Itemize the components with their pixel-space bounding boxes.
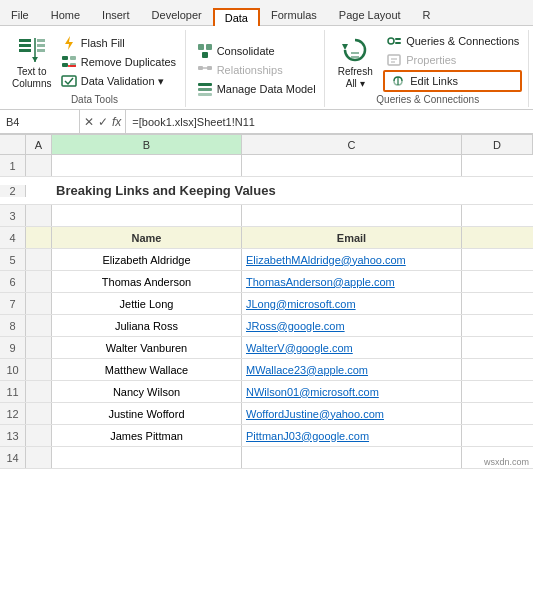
cell-d1[interactable]	[462, 155, 533, 176]
svg-rect-21	[198, 83, 212, 86]
tab-r[interactable]: R	[412, 4, 442, 25]
cell-c7[interactable]: JLong@microsoft.com	[242, 293, 462, 314]
cell-a4[interactable]	[26, 227, 52, 248]
cell-a8[interactable]	[26, 315, 52, 336]
cell-a5[interactable]	[26, 249, 52, 270]
cell-b10[interactable]: Matthew Wallace	[52, 359, 242, 380]
email-link-5[interactable]: ElizabethMAldridge@yahoo.com	[246, 254, 406, 266]
svg-rect-29	[395, 42, 401, 44]
properties-button[interactable]: Properties	[383, 51, 522, 69]
cell-a14[interactable]	[26, 447, 52, 468]
email-link-9[interactable]: WalterV@google.com	[246, 342, 353, 354]
cell-d13[interactable]	[462, 425, 533, 446]
confirm-formula-icon[interactable]: ✓	[98, 115, 108, 129]
col-b-header[interactable]: B	[52, 135, 242, 154]
col-a-header[interactable]: A	[26, 135, 52, 154]
data-validation-button[interactable]: Data Validation ▾	[58, 72, 179, 90]
cell-a10[interactable]	[26, 359, 52, 380]
col-d-header[interactable]: D	[462, 135, 533, 154]
cell-b3[interactable]	[52, 205, 242, 226]
cell-b6[interactable]: Thomas Anderson	[52, 271, 242, 292]
tab-page-layout[interactable]: Page Layout	[328, 4, 412, 25]
cell-b1[interactable]	[52, 155, 242, 176]
table-row: 3	[0, 205, 533, 227]
consolidate-button[interactable]: Consolidate	[194, 42, 319, 60]
svg-rect-7	[37, 49, 45, 52]
row-num-10: 10	[0, 359, 26, 380]
text-to-columns-button[interactable]: Text toColumns	[10, 32, 54, 92]
cell-a12[interactable]	[26, 403, 52, 424]
flash-fill-button[interactable]: Flash Fill	[58, 34, 179, 52]
manage-data-model-button[interactable]: Manage Data Model	[194, 80, 319, 98]
cell-a7[interactable]	[26, 293, 52, 314]
cell-a6[interactable]	[26, 271, 52, 292]
tab-insert[interactable]: Insert	[91, 4, 141, 25]
cell-a9[interactable]	[26, 337, 52, 358]
cell-b7[interactable]: Jettie Long	[52, 293, 242, 314]
cell-b14[interactable]	[52, 447, 242, 468]
tab-formulas[interactable]: Formulas	[260, 4, 328, 25]
email-link-10[interactable]: MWallace23@apple.com	[246, 364, 368, 376]
cell-c1[interactable]	[242, 155, 462, 176]
table-row: 7 Jettie Long JLong@microsoft.com	[0, 293, 533, 315]
email-link-8[interactable]: JRoss@google.com	[246, 320, 345, 332]
cell-d8[interactable]	[462, 315, 533, 336]
cell-b4[interactable]: Name	[52, 227, 242, 248]
email-link-13[interactable]: PittmanJ03@google.com	[246, 430, 369, 442]
edit-links-label: Edit Links	[410, 75, 458, 87]
cell-d7[interactable]	[462, 293, 533, 314]
tab-developer[interactable]: Developer	[141, 4, 213, 25]
cell-a11[interactable]	[26, 381, 52, 402]
refresh-all-button[interactable]: RefreshAll ▾	[333, 32, 377, 92]
email-link-12[interactable]: WoffordJustine@yahoo.com	[246, 408, 384, 420]
tab-home[interactable]: Home	[40, 4, 91, 25]
formula-input[interactable]: =[book1.xlsx]Sheet1!N11	[126, 116, 533, 128]
cell-c8[interactable]: JRoss@google.com	[242, 315, 462, 336]
tab-data[interactable]: Data	[213, 8, 260, 26]
cell-c10[interactable]: MWallace23@apple.com	[242, 359, 462, 380]
cell-c6[interactable]: ThomasAnderson@apple.com	[242, 271, 462, 292]
cell-b9[interactable]: Walter Vanburen	[52, 337, 242, 358]
svg-rect-17	[202, 52, 208, 58]
cell-b13[interactable]: James Pittman	[52, 425, 242, 446]
cancel-formula-icon[interactable]: ✕	[84, 115, 94, 129]
cell-d3[interactable]	[462, 205, 533, 226]
tab-file[interactable]: File	[0, 4, 40, 25]
col-c-header[interactable]: C	[242, 135, 462, 154]
cell-c4[interactable]: Email	[242, 227, 462, 248]
corner-cell	[0, 135, 26, 154]
cell-a13[interactable]	[26, 425, 52, 446]
queries-connections-button[interactable]: Queries & Connections	[383, 32, 522, 50]
cell-d4[interactable]	[462, 227, 533, 248]
relationships-button[interactable]: Relationships	[194, 61, 319, 79]
insert-function-icon[interactable]: fx	[112, 115, 121, 129]
cell-c5[interactable]: ElizabethMAldridge@yahoo.com	[242, 249, 462, 270]
cell-a1[interactable]	[26, 155, 52, 176]
ribbon-group-extra: Consolidate Relationships	[188, 30, 326, 107]
cell-c11[interactable]: NWilson01@microsoft.com	[242, 381, 462, 402]
cell-d5[interactable]	[462, 249, 533, 270]
remove-duplicates-button[interactable]: Remove Duplicates	[58, 53, 179, 71]
email-link-11[interactable]: NWilson01@microsoft.com	[246, 386, 379, 398]
cell-d11[interactable]	[462, 381, 533, 402]
cell-d10[interactable]	[462, 359, 533, 380]
cell-c9[interactable]: WalterV@google.com	[242, 337, 462, 358]
cell-b11[interactable]: Nancy Wilson	[52, 381, 242, 402]
cell-b5[interactable]: Elizabeth Aldridge	[52, 249, 242, 270]
cell-d6[interactable]	[462, 271, 533, 292]
cell-c3[interactable]	[242, 205, 462, 226]
cell-b8[interactable]: Juliana Ross	[52, 315, 242, 336]
tab-bar: File Home Insert Developer Data Formulas…	[0, 0, 533, 26]
cell-c12[interactable]: WoffordJustine@yahoo.com	[242, 403, 462, 424]
cell-d9[interactable]	[462, 337, 533, 358]
edit-links-button[interactable]: Edit Links	[383, 70, 522, 92]
cell-c13[interactable]: PittmanJ03@google.com	[242, 425, 462, 446]
email-link-7[interactable]: JLong@microsoft.com	[246, 298, 356, 310]
cell-a3[interactable]	[26, 205, 52, 226]
svg-rect-1	[19, 44, 31, 47]
cell-d12[interactable]	[462, 403, 533, 424]
cell-c14[interactable]	[242, 447, 462, 468]
cell-b12[interactable]: Justine Wofford	[52, 403, 242, 424]
cell-reference[interactable]: B4	[0, 110, 80, 133]
email-link-6[interactable]: ThomasAnderson@apple.com	[246, 276, 395, 288]
